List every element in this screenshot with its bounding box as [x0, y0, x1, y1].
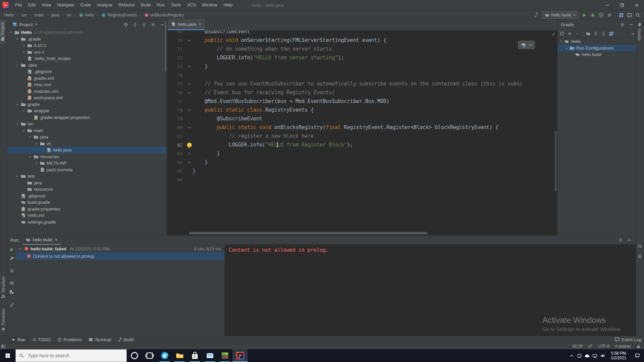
- tray-tablet[interactable]: [576, 353, 583, 358]
- tree-item-java[interactable]: java: [7, 134, 167, 140]
- gradle-settings-button[interactable]: [609, 31, 614, 36]
- chevron-down-icon[interactable]: [15, 102, 21, 107]
- tree-item-main[interactable]: main: [7, 127, 167, 134]
- breadcrumb-item-main[interactable]: main: [35, 12, 44, 17]
- code-editor[interactable]: 69 @SubscribeEvent70 public void onServe…: [167, 31, 557, 235]
- menu-refactor[interactable]: Refactor: [115, 0, 138, 10]
- breadcrumb-item-hello[interactable]: Chello: [79, 12, 94, 17]
- tree-item-vn[interactable]: vn: [7, 140, 167, 147]
- tree-item-settings-gradle[interactable]: settings.gradle: [7, 219, 167, 226]
- run-tree-root-row[interactable]: ! hello build: failed At 1/2/2021 5:52 P…: [16, 245, 224, 252]
- run-configuration-select[interactable]: hello build ▼: [542, 11, 579, 19]
- code-line-85[interactable]: 85}: [167, 167, 557, 175]
- toolwindow-button-terminal[interactable]: Terminal: [86, 337, 114, 343]
- toolwindow-toggle-icon[interactable]: [1, 344, 6, 349]
- taskbar-app-cortana[interactable]: [127, 349, 142, 362]
- tree-item-gradle-properties[interactable]: gradle.properties: [7, 206, 167, 213]
- fold-open-icon[interactable]: [186, 82, 193, 86]
- tree-item--hello-from-mcdev[interactable]: .hello_from_mcdev: [7, 55, 167, 62]
- scroll-to-end-button[interactable]: [637, 253, 642, 258]
- tree-item-gradle[interactable]: gradle: [7, 101, 167, 108]
- tree-item-hello-build[interactable]: hello build: [557, 51, 636, 58]
- search-everywhere-button[interactable]: [635, 12, 641, 18]
- taskbar-app-mail[interactable]: [202, 349, 217, 362]
- toolwindow-button-run[interactable]: Run: [9, 337, 28, 343]
- tree-item-hello-java[interactable]: hello.java: [7, 147, 167, 154]
- chevron-down-icon[interactable]: [35, 141, 40, 146]
- maximize-button[interactable]: [614, 0, 629, 10]
- breadcrumb-item-vn[interactable]: vn: [67, 12, 71, 17]
- breadcrumb-item-registryevents[interactable]: CRegistryEvents: [101, 12, 137, 17]
- refresh-button[interactable]: [559, 31, 565, 36]
- tool-stripe-favorites[interactable]: Favorites: [1, 306, 6, 334]
- code-line-71[interactable]: 71 // do something when the server start…: [167, 45, 557, 53]
- tree-item-java[interactable]: java: [7, 180, 167, 186]
- start-button[interactable]: [0, 349, 15, 362]
- tree-item-test[interactable]: test: [7, 173, 167, 180]
- chevron-down-icon[interactable]: [9, 30, 14, 35]
- soft-wrap-button[interactable]: [637, 244, 642, 249]
- minimize-button[interactable]: [600, 0, 614, 10]
- menu-vcs[interactable]: VCS: [184, 0, 199, 10]
- code-line-84[interactable]: 84 }: [167, 158, 557, 167]
- tree-item-build-gradle[interactable]: build.gradle: [7, 199, 167, 206]
- chevron-down-icon[interactable]: [28, 134, 34, 140]
- code-line-72[interactable]: 72 LOGGER.info("HELLO from server starti…: [167, 53, 557, 62]
- tree-item-pack-mcmeta[interactable]: pack.mcmeta: [7, 167, 167, 173]
- fold-close-icon[interactable]: [186, 91, 193, 95]
- project-tree-scrollbar[interactable]: [165, 21, 166, 71]
- tree-item-vcs-1[interactable]: vcs-1: [7, 49, 167, 56]
- code-line-70[interactable]: 70 public void onServerStarting(FMLServe…: [167, 36, 557, 45]
- tray-chevron-up[interactable]: [568, 353, 576, 358]
- fold-open-icon[interactable]: [186, 108, 193, 112]
- chevron-down-icon[interactable]: [18, 246, 22, 251]
- code-line-74[interactable]: 74: [167, 71, 557, 79]
- tree-item-src[interactable]: src: [7, 121, 167, 127]
- tool-stripe-structure[interactable]: Structure: [1, 274, 6, 301]
- code-line-73[interactable]: 73 }: [167, 62, 557, 71]
- chevron-right-icon[interactable]: [22, 43, 27, 48]
- code-line-82[interactable]: 82 LOGGER.info("HELLO from Register Bloc…: [167, 140, 557, 149]
- menu-run[interactable]: Run: [154, 0, 168, 10]
- menu-build[interactable]: Build: [138, 0, 154, 10]
- menu-window[interactable]: Window: [199, 0, 220, 10]
- tree-item-run-configurations[interactable]: Run Configurations: [557, 45, 636, 52]
- menu-file[interactable]: File: [12, 0, 25, 10]
- project-structure-button[interactable]: [619, 12, 624, 18]
- tree-item-resources[interactable]: resources: [7, 154, 167, 160]
- chevron-down-icon[interactable]: ▼: [35, 23, 38, 26]
- code-line-69[interactable]: 69 @SubscribeEvent: [167, 31, 557, 36]
- expand-all-button[interactable]: [593, 31, 598, 36]
- execute-gradle-task-button[interactable]: [586, 31, 591, 36]
- tree-item-misc-xml[interactable]: <>misc.xml: [7, 81, 167, 88]
- tree-item-resources[interactable]: resources: [7, 186, 167, 193]
- close-button[interactable]: [629, 0, 644, 10]
- project-panel-title[interactable]: Project: [19, 22, 33, 27]
- menu-tools[interactable]: Tools: [168, 0, 184, 10]
- collapse-all-button[interactable]: [601, 31, 606, 36]
- tree-item-modules-xml[interactable]: <>modules.xml: [7, 88, 167, 95]
- run-coverage-button[interactable]: [598, 12, 604, 18]
- code-line-77[interactable]: 77 @Mod.EventBusSubscriber(bus = Mod.Eve…: [167, 97, 557, 106]
- taskbar-search[interactable]: [15, 349, 127, 362]
- chevron-down-icon[interactable]: [22, 128, 27, 133]
- tree-item-gradle-xml[interactable]: <>gradle.xml: [7, 75, 167, 82]
- status-item-2[interactable]: UTF-8: [598, 344, 609, 349]
- tab-hello-java[interactable]: hello.java ✕: [168, 19, 205, 30]
- close-tab-icon[interactable]: ✕: [198, 22, 201, 26]
- code-line-86[interactable]: 86: [167, 175, 557, 184]
- chevron-down-icon[interactable]: [15, 174, 21, 179]
- inspections-ok-icon[interactable]: ✔: [552, 31, 555, 37]
- debug-button[interactable]: [590, 12, 595, 18]
- menu-navigate[interactable]: Navigate: [54, 0, 77, 10]
- hide-panel-button[interactable]: [627, 238, 632, 243]
- settings-gear-button[interactable]: [620, 22, 625, 27]
- run-tree-error-row[interactable]: ! Content is not allowed in prolog: [16, 252, 224, 260]
- gradle-sync-icon[interactable]: [521, 42, 526, 48]
- rerun-button[interactable]: [9, 247, 14, 252]
- filter-view-button[interactable]: [9, 281, 14, 286]
- remove-button[interactable]: [575, 31, 580, 36]
- taskbar-app-store[interactable]: [187, 349, 202, 362]
- layout-settings-button[interactable]: [9, 289, 14, 295]
- menu-help[interactable]: Help: [220, 0, 235, 10]
